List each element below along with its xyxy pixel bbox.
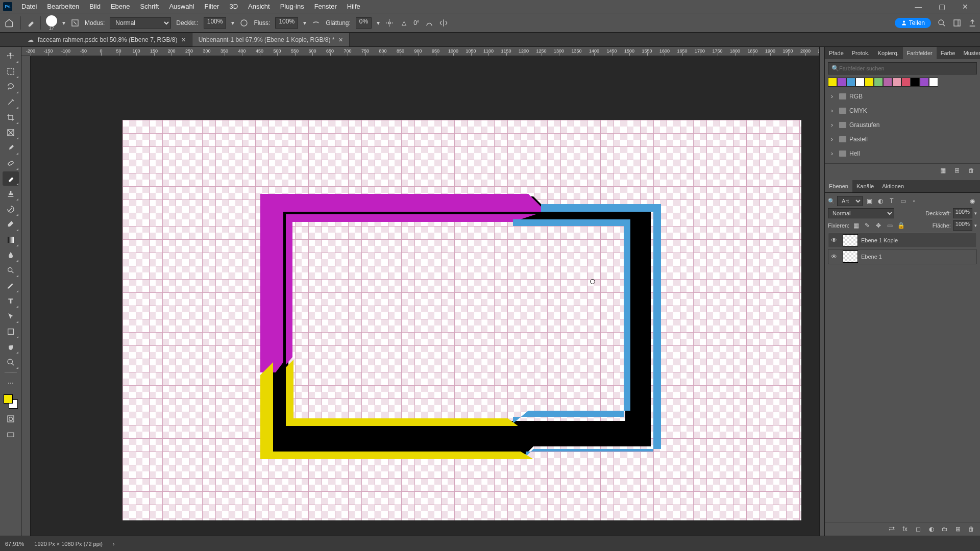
filter-smart-icon[interactable]: ▫: [910, 196, 919, 206]
search-icon[interactable]: [937, 18, 946, 28]
swatch-group[interactable]: ›Pastell: [828, 133, 977, 146]
layer-thumbnail[interactable]: [843, 251, 858, 263]
dodge-tool[interactable]: [3, 263, 19, 278]
color-swatch[interactable]: [883, 78, 892, 87]
adjustment-layer-icon[interactable]: ◐: [927, 524, 936, 534]
lock-position-icon[interactable]: ✥: [874, 221, 883, 230]
chevron-right-icon[interactable]: ›: [113, 541, 115, 547]
tab-farbfelder[interactable]: Farbfelder: [903, 47, 937, 59]
trash-icon[interactable]: 🗑: [967, 166, 976, 175]
brush-panel-icon[interactable]: [70, 18, 80, 28]
menu-ansicht[interactable]: Ansicht: [243, 3, 275, 10]
tab-farbe[interactable]: Farbe: [937, 47, 960, 59]
tab-facecam[interactable]: ☁ facecam rahmen.psdc bei 50,8% (Ebene 7…: [21, 33, 192, 46]
pressure-size-icon[interactable]: [425, 18, 434, 28]
tab-close-icon[interactable]: ×: [181, 36, 185, 44]
layer-mask-icon[interactable]: ◻: [914, 524, 923, 534]
screen-mode-icon[interactable]: [5, 429, 17, 441]
color-swatch[interactable]: [929, 78, 938, 87]
tab-kopierquelle[interactable]: Kopierq.: [874, 47, 903, 59]
quick-mask-icon[interactable]: [5, 413, 17, 425]
layer-opacity-value[interactable]: 100%: [953, 208, 972, 218]
lasso-tool[interactable]: [3, 80, 19, 94]
flow-value[interactable]: 100%: [275, 17, 298, 29]
lock-all-icon[interactable]: 🔒: [896, 221, 905, 230]
menu-bearbeiten[interactable]: Bearbeiten: [42, 3, 84, 10]
eyedropper-tool[interactable]: [3, 141, 19, 155]
shape-tool[interactable]: [3, 324, 19, 339]
workspace-icon[interactable]: [952, 18, 962, 28]
pen-tool[interactable]: [3, 279, 19, 293]
tab-unbenannt[interactable]: Unbenannt-1 bei 67,9% (Ebene 1 Kopie, RG…: [192, 33, 350, 46]
lock-transparency-icon[interactable]: ▦: [851, 221, 861, 230]
color-swatch[interactable]: [920, 78, 929, 87]
tab-ebenen[interactable]: Ebenen: [825, 180, 852, 192]
path-select-tool[interactable]: [3, 309, 19, 323]
filter-image-icon[interactable]: ▣: [865, 196, 874, 206]
color-swatches[interactable]: [4, 394, 18, 409]
artboard[interactable]: [122, 120, 801, 520]
collapsed-panel-strip[interactable]: [819, 47, 824, 536]
tab-kanaele[interactable]: Kanäle: [852, 180, 878, 192]
filter-type-icon[interactable]: T: [887, 196, 896, 206]
angle-icon[interactable]: △: [399, 18, 408, 28]
airbrush-icon[interactable]: [311, 18, 321, 28]
share-button[interactable]: Teilen: [895, 18, 931, 28]
window-maximize[interactable]: ▢: [930, 0, 953, 13]
menu-filter[interactable]: Filter: [200, 3, 225, 10]
color-swatch[interactable]: [837, 78, 846, 87]
fill-value[interactable]: 100%: [953, 220, 972, 231]
menu-schrift[interactable]: Schrift: [135, 3, 164, 10]
filter-toggle-icon[interactable]: ◉: [968, 196, 977, 206]
vertical-ruler[interactable]: [21, 56, 31, 536]
frame-tool[interactable]: [3, 126, 19, 140]
blend-mode-select[interactable]: Normal: [828, 208, 894, 218]
symmetry-icon[interactable]: [439, 18, 448, 28]
brush-tool-icon[interactable]: [26, 18, 35, 28]
layer-thumbnail[interactable]: [843, 234, 858, 246]
swatch-group[interactable]: ›CMYK: [828, 104, 977, 117]
home-icon[interactable]: [3, 17, 15, 29]
tab-pfade[interactable]: Pfade: [825, 47, 848, 59]
smoothing-options-icon[interactable]: [385, 18, 394, 28]
new-swatch-icon[interactable]: ⊞: [952, 166, 962, 175]
group-layers-icon[interactable]: 🗀: [940, 524, 949, 534]
foreground-color[interactable]: [4, 394, 13, 404]
menu-fenster[interactable]: Fenster: [309, 3, 342, 10]
crop-tool[interactable]: [3, 110, 19, 124]
swatch-group[interactable]: ›RGB: [828, 90, 977, 103]
visibility-icon[interactable]: 👁: [828, 253, 840, 260]
zoom-level[interactable]: 67,91%: [5, 541, 24, 547]
canvas-viewport[interactable]: [31, 56, 819, 536]
menu-bild[interactable]: Bild: [84, 3, 106, 10]
layer-filter-select[interactable]: Art: [837, 196, 863, 206]
type-tool[interactable]: [3, 294, 19, 308]
angle-value[interactable]: 0°: [413, 19, 419, 27]
color-swatch[interactable]: [892, 78, 901, 87]
menu-3d[interactable]: 3D: [224, 3, 243, 10]
menu-auswahl[interactable]: Auswahl: [164, 3, 199, 10]
move-tool[interactable]: [3, 49, 19, 63]
window-minimize[interactable]: —: [906, 0, 930, 13]
window-close[interactable]: ✕: [953, 0, 977, 13]
horizontal-ruler[interactable]: -200-150-100-500501001502002503003504004…: [21, 47, 819, 56]
menu-datei[interactable]: Datei: [16, 3, 42, 10]
new-layer-icon[interactable]: ⊞: [953, 524, 963, 534]
swatch-search-input[interactable]: [839, 65, 973, 71]
filter-adjust-icon[interactable]: ◐: [876, 196, 885, 206]
layer-row[interactable]: 👁Ebene 1: [828, 249, 977, 264]
lock-pixels-icon[interactable]: ✎: [863, 221, 872, 230]
color-swatch[interactable]: [874, 78, 883, 87]
trash-icon[interactable]: 🗑: [967, 524, 976, 534]
layer-name[interactable]: Ebene 1 Kopie: [861, 237, 898, 243]
color-swatch[interactable]: [855, 78, 865, 87]
tab-aktionen[interactable]: Aktionen: [878, 180, 908, 192]
document-info[interactable]: 1920 Px × 1080 Px (72 ppi): [34, 541, 103, 547]
pressure-opacity-icon[interactable]: [239, 18, 249, 28]
healing-tool[interactable]: [3, 156, 19, 170]
export-icon[interactable]: [968, 18, 977, 28]
color-swatch[interactable]: [865, 78, 874, 87]
color-swatch[interactable]: [846, 78, 855, 87]
brush-tool[interactable]: [3, 171, 19, 186]
tab-muster[interactable]: Muster: [959, 47, 980, 59]
